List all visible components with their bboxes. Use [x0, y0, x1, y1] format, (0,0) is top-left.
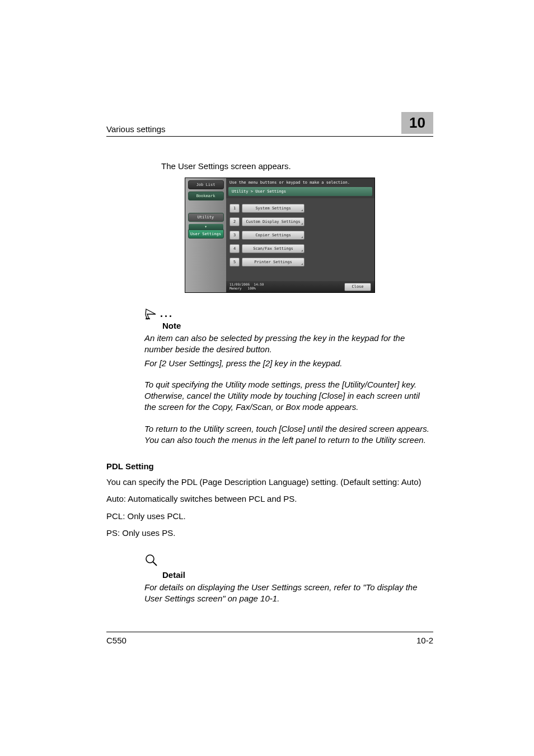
detail-icon [144, 553, 158, 567]
status-footer: 11/09/2006 14:59 Memory 100% [229, 283, 264, 290]
menu-number: 2 [229, 217, 240, 226]
tab-utility[interactable]: Utility [188, 213, 224, 222]
detail-paragraph: For details on displaying the User Setti… [144, 582, 433, 605]
menu-button[interactable]: System Settings [242, 204, 305, 213]
menu-row: 4Scan/Fax Settings [229, 244, 371, 253]
ellipsis-icon: ... [160, 308, 174, 319]
menu-number: 4 [229, 244, 240, 253]
tab-user-settings[interactable]: User Settings [188, 230, 224, 239]
body-paragraph: PCL: Only uses PCL. [106, 511, 433, 522]
tab-job-list[interactable]: Job List [188, 180, 224, 189]
menu-number: 1 [229, 204, 240, 213]
instruction-bar: Use the menu buttons or keypad to make a… [226, 178, 374, 187]
footer-model: C550 [106, 636, 127, 645]
menu-button[interactable]: Copier Settings [242, 231, 305, 240]
menu-button[interactable]: Custom Display Settings [242, 217, 305, 226]
section-heading: PDL Setting [106, 461, 433, 471]
body-paragraph: You can specify the PDL (Page Descriptio… [106, 477, 433, 488]
note-paragraph: To quit specifying the Utility mode sett… [144, 379, 433, 413]
menu-button[interactable]: Scan/Fax Settings [242, 244, 305, 253]
note-heading: Note [162, 321, 433, 330]
menu-row: 1System Settings [229, 204, 371, 213]
menu-number: 3 [229, 231, 240, 240]
close-button[interactable]: Close [344, 283, 371, 291]
tab-bookmark[interactable]: Bookmark [188, 192, 224, 200]
body-paragraph: Auto: Automatically switches between PCL… [106, 493, 433, 505]
arrow-down-icon: ▾ [189, 224, 223, 230]
menu-row: 3Copier Settings [229, 231, 371, 240]
footer-page-number: 10-2 [416, 636, 433, 645]
menu-area: 1System Settings2Custom Display Settings… [226, 198, 374, 281]
note-icon [144, 307, 158, 320]
intro-text: The User Settings screen appears. [161, 161, 433, 171]
chapter-number-badge: 10 [401, 112, 433, 134]
running-header: Various settings [106, 124, 166, 134]
svg-point-2 [146, 555, 154, 563]
menu-button[interactable]: Printer Settings [242, 258, 305, 267]
breadcrumb: Utility > User Settings [228, 187, 372, 196]
note-paragraph: For [2 User Settings], press the [2] key… [144, 358, 433, 369]
svg-line-3 [153, 562, 157, 566]
note-paragraph: To return to the Utility screen, touch [… [144, 423, 433, 446]
sidebar: Job List Bookmark Utility ▾ User Setting… [185, 178, 226, 292]
note-paragraph: An item can also be selected by pressing… [144, 333, 433, 356]
body-paragraph: PS: Only uses PS. [106, 528, 433, 539]
detail-heading: Detail [162, 570, 433, 580]
device-screenshot: Job List Bookmark Utility ▾ User Setting… [185, 178, 375, 293]
menu-row: 2Custom Display Settings [229, 217, 371, 226]
menu-number: 5 [229, 258, 240, 267]
menu-row: 5Printer Settings [229, 258, 371, 267]
